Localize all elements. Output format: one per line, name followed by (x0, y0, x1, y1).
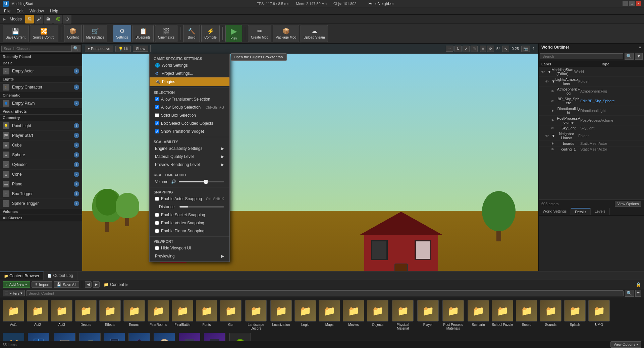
folder-logic[interactable]: 📁 Logic (294, 300, 316, 327)
bp-sky-sphere-type[interactable]: Edit BP_Sky_Sphere (580, 99, 621, 103)
box-select-occluded-item[interactable]: Box Select Occluded Objects (150, 119, 229, 127)
folder-finalbattle[interactable]: 📁 FinalBattle (172, 300, 193, 327)
water-plane-item[interactable]: 📁 Water Plane (3, 333, 24, 341)
folder-physical-material[interactable]: 📁 Physical Material (391, 300, 415, 330)
search-options-button[interactable]: ≡ (635, 290, 641, 297)
landscape-mode-btn[interactable]: 🏔 (44, 15, 53, 23)
outliner-bp-sky-sphere[interactable]: 👁 BP_Sky_Sphere Edit BP_Sky_Sphere (539, 96, 644, 106)
minimize-button[interactable]: ─ (623, 1, 628, 6)
geometry-mode-btn[interactable]: ⬡ (63, 15, 71, 23)
breadcrumb-content[interactable]: Content (110, 282, 124, 287)
empty-pawn-item[interactable]: 👤 Empty Pawn i (0, 99, 82, 108)
folder-scenario[interactable]: 📁 Scenario (468, 300, 489, 327)
mf-chromatic-item[interactable]: MF_Chromatic (229, 333, 251, 341)
bp-music-item[interactable]: 🎵 BP_Music (79, 333, 101, 341)
folder-gui[interactable]: 📁 Gui (220, 300, 241, 327)
allow-group-item[interactable]: Allow Group Selection Ctrl+Shift+G (150, 103, 229, 111)
sphere-item[interactable]: ● Sphere i (0, 150, 82, 160)
project-settings-item[interactable]: ⚙ Project Settings... (150, 69, 229, 77)
outliner-filter-button[interactable]: ▼ (635, 53, 643, 60)
source-control-button[interactable]: 🔀 Source Control (30, 25, 58, 42)
bp-game-mode-item[interactable]: BP_Game Mode (53, 333, 76, 341)
content-button[interactable]: 📦 Content (64, 25, 82, 42)
outliner-search-input[interactable] (540, 53, 623, 59)
show-button[interactable]: Show (133, 46, 148, 52)
outliner-atmospheric-fog[interactable]: 👁 AtmosphericFog AtmosphericFog (539, 86, 644, 96)
volumes-category[interactable]: Volumes (0, 209, 82, 215)
save-all-button[interactable]: 💾 Save All (54, 281, 79, 288)
folder-landscape-decors[interactable]: 📁 Landscape Decors (244, 300, 268, 330)
menu-file[interactable]: File (1, 8, 13, 14)
lit-button[interactable]: 💡 Lit (115, 46, 131, 52)
allow-group-checkbox[interactable] (155, 105, 159, 109)
outliner-boards[interactable]: 👁 boards StaticMeshActor (539, 141, 644, 147)
content-view-options-button[interactable]: View Options ▾ (610, 341, 641, 348)
foliage-mode-btn[interactable]: 🌿 (53, 15, 62, 23)
outliner-ceiling[interactable]: 👁 ceiling_1 StaticMeshActor (539, 147, 644, 152)
plane-info[interactable]: i (74, 181, 79, 187)
all-classes-category[interactable]: All Classes (0, 215, 82, 221)
folder-objects[interactable]: 📁 Objects (367, 300, 388, 327)
enable-planar-item[interactable]: Enable Planar Snapping (150, 227, 229, 235)
cylinder-info[interactable]: i (74, 162, 79, 167)
compile-button[interactable]: ⚡ Compile (201, 25, 220, 42)
enable-planar-checkbox[interactable] (155, 229, 159, 233)
nav-forward-button[interactable]: ▶ (93, 281, 100, 288)
cone-item[interactable]: ▲ Cone i (0, 170, 82, 179)
enable-vertex-checkbox[interactable] (155, 221, 159, 225)
cube-info[interactable]: i (74, 142, 79, 148)
folder-localization[interactable]: 📁 Localization (270, 300, 292, 327)
build-button[interactable]: 🔨 Build (183, 25, 200, 42)
plugins-item[interactable]: 🔌 Plugins (150, 77, 229, 86)
folder-enums[interactable]: 📁 Enums (123, 300, 145, 327)
player-start-item[interactable]: 🏁 Player Start i (0, 131, 82, 140)
folder-school-puzzle[interactable]: 📁 School Puzzle (492, 300, 513, 327)
bp-game-instance-item[interactable]: BP_Game Instance (27, 333, 50, 341)
maximize-button[interactable]: □ (629, 1, 635, 6)
cylinder-item[interactable]: ⬭ Cylinder i (0, 160, 82, 170)
empty-actor-info[interactable]: i (74, 68, 79, 74)
plane-item[interactable]: ▬ Plane i (0, 179, 82, 189)
basic-category[interactable]: Basic (0, 60, 82, 66)
camera-speed-button[interactable]: 📷 (521, 46, 530, 52)
empty-character-info[interactable]: i (74, 84, 79, 90)
settings-button[interactable]: ⚙ Settings (113, 25, 131, 42)
folder-post-process[interactable]: 📁 Post Process Materials (441, 300, 465, 330)
scale-button[interactable]: ⤢ (463, 46, 470, 52)
folder-player[interactable]: 📁 Player (417, 300, 439, 327)
point-light-item[interactable]: 💡 Point Light i (0, 121, 82, 131)
sphere-trigger-info[interactable]: i (74, 201, 79, 206)
translate-button[interactable]: ↔ (446, 46, 453, 52)
sphere-info[interactable]: i (74, 152, 79, 158)
menu-window[interactable]: Window (27, 8, 47, 14)
folder-act2[interactable]: 📁 Act2 (27, 300, 48, 327)
strict-box-checkbox[interactable] (155, 113, 159, 117)
content-search-input[interactable] (26, 290, 624, 296)
play-button[interactable]: ▶ Play (225, 25, 242, 42)
allow-translucent-item[interactable]: Allow Translucent Selection (150, 95, 229, 103)
snap-rotate-button[interactable]: ⟳ (487, 46, 494, 52)
outliner-search-button[interactable]: 🔍 (625, 53, 634, 60)
folder-fonts[interactable]: 📁 Fonts (196, 300, 217, 327)
import-button[interactable]: ⬇ Import (32, 281, 52, 288)
menu-help[interactable]: Help (47, 8, 61, 14)
preview-rendering-item[interactable]: Preview Rendering Level▶ (150, 161, 229, 169)
blueprints-button[interactable]: 📋 Blueprints (132, 25, 153, 42)
search-classes-button[interactable]: 🔍 (71, 45, 80, 52)
geometry-category[interactable]: Geometry (0, 115, 82, 121)
folder-act1[interactable]: 📁 Act1 (3, 300, 24, 327)
local-space-button[interactable]: ⊞ (471, 46, 478, 52)
enable-actor-checkbox[interactable] (155, 197, 159, 201)
allow-translucent-checkbox[interactable] (155, 97, 159, 101)
enable-socket-item[interactable]: Enable Socket Snapping (150, 211, 229, 219)
folder-sounds[interactable]: 📁 Sounds (540, 300, 561, 327)
hide-viewport-checkbox[interactable] (155, 246, 159, 250)
folder-effects[interactable]: 📁 Effects (99, 300, 121, 327)
details-tab[interactable]: Details (571, 208, 591, 215)
box-select-occluded-checkbox[interactable] (155, 121, 159, 125)
world-settings-tab[interactable]: World Settings (539, 208, 571, 215)
lock-icon[interactable]: 🔒 (636, 282, 641, 287)
create-mod-button[interactable]: ✏ Create Mod (248, 25, 271, 42)
visual-effects-category[interactable]: Visual Effects (0, 108, 82, 115)
perspective-dropdown[interactable]: ▾ Perspective (85, 46, 113, 52)
